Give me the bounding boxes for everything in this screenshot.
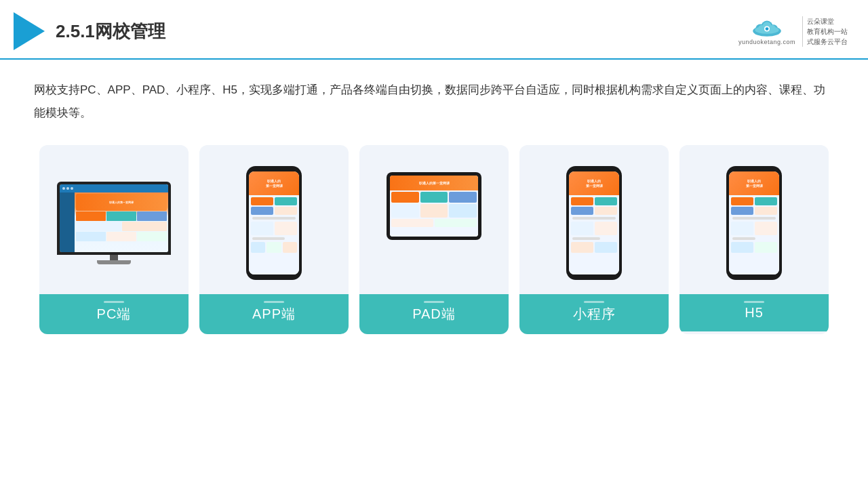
card-pad: 职通人的第一堂网课 — [359, 145, 509, 334]
pc-screen-inner: 职通人的第一堂网课 — [60, 184, 168, 252]
brand-name: 云朵课堂 — [807, 16, 848, 26]
phone-mockup-miniapp: 职通人的第一堂网课 — [566, 166, 622, 280]
page-title: 2.5.1网校管理 — [56, 20, 165, 43]
card-h5: 职通人的第一堂网课 — [679, 145, 829, 334]
phone-notch — [264, 166, 283, 170]
card-image-h5: 职通人的第一堂网课 — [679, 145, 829, 294]
brand-tagline-2: 式服务云平台 — [807, 37, 848, 47]
card-image-app: 职通人的第一堂网课 — [199, 145, 349, 294]
card-label-pad: PAD端 — [359, 294, 509, 334]
phone-mockup-app: 职通人的第一堂网课 — [246, 166, 302, 280]
logo-triangle-icon — [14, 12, 45, 50]
card-image-pc: 职通人的第一堂网课 — [39, 145, 189, 294]
cards-container: 职通人的第一堂网课 — [34, 145, 834, 334]
card-image-miniapp: 职通人的第一堂网课 — [519, 145, 669, 294]
card-image-pad: 职通人的第一堂网课 — [359, 145, 509, 294]
header-left: 2.5.1网校管理 — [14, 12, 165, 50]
phone-mockup-h5: 职通人的第一堂网课 — [726, 166, 782, 280]
svg-point-7 — [769, 25, 776, 32]
main-content: 网校支持PC、APP、PAD、小程序、H5，实现多端打通，产品各终端自由切换，数… — [0, 60, 868, 348]
card-label-app: APP端 — [199, 294, 349, 334]
description-text: 网校支持PC、APP、PAD、小程序、H5，实现多端打通，产品各终端自由切换，数… — [34, 79, 834, 125]
card-label-h5: H5 — [679, 294, 829, 331]
phone-screen-miniapp: 职通人的第一堂网课 — [569, 171, 619, 274]
phone-notch-miniapp — [585, 166, 604, 170]
card-miniapp: 职通人的第一堂网课 — [519, 145, 669, 334]
pc-base — [110, 255, 118, 260]
phone-screen-h5: 职通人的第一堂网课 — [729, 171, 779, 274]
svg-point-9 — [766, 27, 769, 30]
brand-tagline-1: 教育机构一站 — [807, 26, 848, 37]
brand-tagline: 云朵课堂 教育机构一站 式服务云平台 — [802, 16, 848, 47]
phone-screen-app: 职通人的第一堂网课 — [249, 171, 299, 274]
card-label-miniapp: 小程序 — [519, 294, 669, 334]
cloud-icon-wrap: yunduoketang.com — [738, 17, 795, 45]
pc-mockup: 职通人的第一堂网课 — [55, 182, 174, 264]
brand-url: yunduoketang.com — [738, 39, 795, 45]
phone-notch-h5 — [745, 166, 764, 170]
pc-screen-outer: 职通人的第一堂网课 — [57, 182, 171, 255]
tablet-mockup: 职通人的第一堂网课 — [387, 172, 481, 240]
header-right: yunduoketang.com 云朵课堂 教育机构一站 式服务云平台 — [738, 16, 848, 47]
card-pc: 职通人的第一堂网课 — [39, 145, 189, 334]
card-app: 职通人的第一堂网课 — [199, 145, 349, 334]
page-header: 2.5.1网校管理 — [0, 0, 868, 60]
tablet-screen: 职通人的第一堂网课 — [390, 176, 478, 237]
cloud-icon — [751, 17, 783, 39]
card-label-pc: PC端 — [39, 294, 189, 334]
pc-stand — [97, 260, 131, 264]
brand-logo: yunduoketang.com 云朵课堂 教育机构一站 式服务云平台 — [738, 16, 848, 47]
